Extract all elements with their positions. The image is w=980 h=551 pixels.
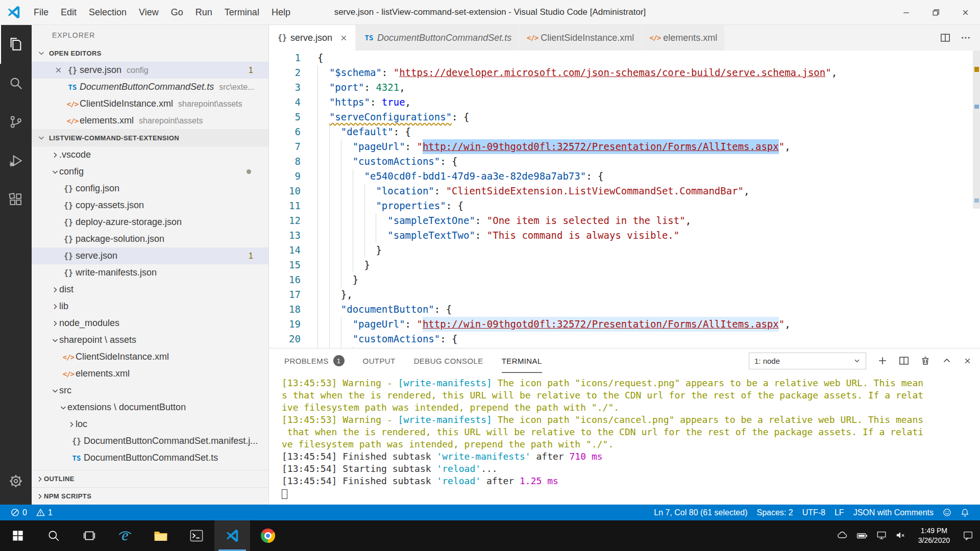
- menu-selection[interactable]: Selection: [83, 7, 133, 18]
- network-icon[interactable]: [876, 530, 887, 541]
- panel-tab-problems[interactable]: PROBLEMS1: [284, 348, 345, 373]
- tree-file-serve-json[interactable]: {}serve.json1: [32, 247, 268, 264]
- panel-tab-terminal[interactable]: TERMINAL: [502, 348, 542, 373]
- tree-folder-config[interactable]: config: [32, 163, 268, 180]
- open-editors-header[interactable]: OPEN EDITORS: [32, 44, 268, 62]
- menu-file[interactable]: File: [28, 7, 55, 18]
- tree-file-write-manifests-json[interactable]: {}write-manifests.json: [32, 264, 268, 281]
- close-tab-icon[interactable]: [339, 34, 348, 42]
- close-button[interactable]: [950, 0, 980, 24]
- tab-serve-json[interactable]: {}serve.json: [269, 25, 356, 51]
- tree-folder-loc[interactable]: loc: [32, 416, 268, 433]
- editor-actions: [940, 25, 980, 51]
- tree-file-clientsideinstance-xml[interactable]: </>ClientSideInstance.xml: [32, 348, 268, 365]
- split-terminal-button[interactable]: [899, 356, 909, 366]
- tab-documentbuttoncommandset-ts[interactable]: TSDocumentButtonCommandSet.ts: [356, 25, 519, 51]
- line-number: 21: [269, 346, 301, 348]
- tree-file-elements-xml[interactable]: </>elements.xml: [32, 365, 268, 382]
- menu-edit[interactable]: Edit: [55, 7, 83, 18]
- open-editor-documentbuttoncommandset-ts[interactable]: TSDocumentButtonCommandSet.tssrc\exte...: [32, 79, 268, 95]
- taskbar-task-view-button[interactable]: [71, 520, 107, 551]
- errors-count[interactable]: 0: [6, 505, 32, 520]
- tree-file-documentbuttoncommandset-ts[interactable]: TSDocumentButtonCommandSet.ts: [32, 449, 268, 466]
- activitybar-run-debug[interactable]: [0, 141, 32, 180]
- sidebar-bottom-sections: OUTLINENPM SCRIPTS: [32, 470, 268, 505]
- tree-file-config-json[interactable]: {}config.json: [32, 180, 268, 197]
- tree-folder-src[interactable]: src: [32, 382, 268, 399]
- taskbar-internet-explorer-button[interactable]: e: [107, 520, 143, 551]
- tree-folder-lib[interactable]: lib: [32, 298, 268, 315]
- language-mode[interactable]: JSON with Comments: [849, 505, 938, 520]
- count-value: 1: [48, 508, 53, 517]
- kill-terminal-button[interactable]: [920, 356, 930, 366]
- menu-view[interactable]: View: [133, 7, 165, 18]
- onedrive-icon[interactable]: [837, 530, 848, 541]
- taskbar-search-button[interactable]: [36, 520, 71, 551]
- tree-file-documentbuttoncommandset-manifest-j[interactable]: {}DocumentButtonCommandSet.manifest.j...: [32, 433, 268, 449]
- battery-icon[interactable]: [856, 530, 868, 541]
- taskbar-start-button[interactable]: [0, 520, 36, 551]
- editor-tab-bar: {}serve.jsonTSDocumentButtonCommandSet.t…: [269, 25, 980, 51]
- taskbar-clock[interactable]: 1:49 PM 3/26/2020: [914, 526, 954, 545]
- line-number: 19: [269, 317, 301, 332]
- menu-terminal[interactable]: Terminal: [218, 7, 265, 18]
- tab-label: serve.json: [290, 33, 332, 43]
- notifications[interactable]: [956, 505, 974, 520]
- terminal-output[interactable]: [13:45:53] Warning - [write-manifests] T…: [269, 373, 980, 505]
- feedback[interactable]: [938, 505, 956, 520]
- tree-folder-node-modules[interactable]: node_modules: [32, 315, 268, 332]
- tree-folder-extensions-documentbutton[interactable]: extensions \ documentButton: [32, 399, 268, 416]
- tab-clientsideinstance-xml[interactable]: </>ClientSideInstance.xml: [519, 25, 642, 51]
- close-editor-icon[interactable]: [51, 66, 65, 74]
- tree-file-package-solution-json[interactable]: {}package-solution.json: [32, 231, 268, 247]
- line-number: 1: [269, 51, 301, 65]
- taskbar-command-prompt-button[interactable]: [179, 520, 214, 551]
- menu-run[interactable]: Run: [189, 7, 218, 18]
- editor-scrollbar[interactable]: [973, 51, 980, 348]
- warnings-count[interactable]: 1: [32, 505, 57, 520]
- action-center-icon[interactable]: [963, 530, 974, 541]
- new-terminal-button[interactable]: [877, 356, 888, 366]
- panel-tab-debug-console[interactable]: DEBUG CONSOLE: [414, 348, 483, 373]
- split-editor-icon[interactable]: [940, 33, 950, 43]
- tree-file-deploy-azure-storage-json[interactable]: {}deploy-azure-storage.json: [32, 214, 268, 231]
- activitybar-explorer[interactable]: [0, 25, 32, 64]
- terminal-selector[interactable]: 1: node: [749, 353, 866, 369]
- open-editor-clientsideinstance-xml[interactable]: </>ClientSideInstance.xmlsharepoint\asse…: [32, 95, 268, 112]
- panel-tab-output[interactable]: OUTPUT: [363, 348, 396, 373]
- line-number: 18: [269, 302, 301, 317]
- tab-elements-xml[interactable]: </>elements.xml: [642, 25, 725, 51]
- minimize-button[interactable]: [891, 0, 921, 24]
- project-root-header[interactable]: LISTVIEW-COMMAND-SET-EXTENSION: [32, 129, 268, 146]
- indentation[interactable]: Spaces: 2: [752, 505, 797, 520]
- cursor-position[interactable]: Ln 7, Col 80 (61 selected): [649, 505, 752, 520]
- close-panel-button[interactable]: [963, 357, 972, 365]
- menu-go[interactable]: Go: [165, 7, 189, 18]
- more-actions-icon[interactable]: [961, 33, 971, 43]
- maximize-restore-button[interactable]: [921, 0, 950, 24]
- tree-folder-dist[interactable]: dist: [32, 281, 268, 298]
- maximize-panel-button[interactable]: [942, 356, 952, 366]
- taskbar-vscode-button[interactable]: [214, 520, 250, 551]
- code-editor[interactable]: 1{2"$schema": "https://developer.microso…: [269, 51, 980, 348]
- tree-folder-vscode[interactable]: .vscode: [32, 146, 268, 163]
- volume-icon[interactable]: [895, 530, 905, 541]
- open-editor-elements-xml[interactable]: </>elements.xmlsharepoint\assets: [32, 112, 268, 129]
- activitybar-extensions[interactable]: [0, 180, 32, 219]
- open-editor-serve-json[interactable]: {}serve.jsonconfig1: [32, 62, 268, 79]
- tree-file-copy-assets-json[interactable]: {}copy-assets.json: [32, 197, 268, 214]
- taskbar-file-explorer-button[interactable]: [143, 520, 179, 551]
- eol[interactable]: LF: [830, 505, 849, 520]
- section-npm-scripts[interactable]: NPM SCRIPTS: [32, 487, 268, 505]
- section-outline[interactable]: OUTLINE: [32, 470, 268, 487]
- activitybar-source-control[interactable]: [0, 103, 32, 141]
- file-path: src\exte...: [219, 83, 254, 92]
- section-label: OUTLINE: [44, 475, 75, 483]
- tree-folder-sharepoint-assets[interactable]: sharepoint \ assets: [32, 332, 268, 348]
- activitybar-settings[interactable]: [0, 462, 32, 500]
- menu-help[interactable]: Help: [265, 7, 297, 18]
- scrollbar-thumb[interactable]: [973, 51, 980, 209]
- activitybar-search[interactable]: [0, 64, 32, 103]
- encoding[interactable]: UTF-8: [798, 505, 830, 520]
- taskbar-chrome-button[interactable]: [250, 520, 286, 551]
